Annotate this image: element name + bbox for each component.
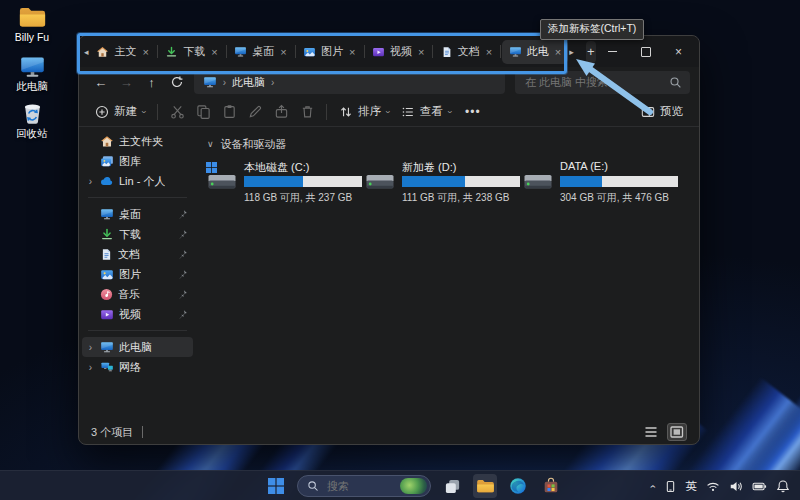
up-button[interactable]: ↑ <box>139 70 164 94</box>
tab-close-icon[interactable]: × <box>555 46 561 58</box>
taskbar-search-input[interactable] <box>325 479 394 493</box>
tab-home[interactable]: 主文 × <box>89 40 155 64</box>
sidebar-item-downloads[interactable]: 下载 <box>82 224 193 244</box>
tab-close-icon[interactable]: × <box>486 46 492 58</box>
plus-circle-icon <box>95 105 109 119</box>
new-button[interactable]: 新建 › <box>89 100 151 124</box>
preview-button[interactable]: 预览 <box>635 100 689 124</box>
sidebar-item-home[interactable]: 主文件夹 <box>82 131 193 151</box>
music-icon <box>100 288 113 301</box>
notifications-bell-icon[interactable] <box>776 479 790 493</box>
view-button[interactable]: 查看 › <box>395 100 457 124</box>
sidebar-item-this-pc[interactable]: › 此电脑 <box>82 337 193 357</box>
tab-close-icon[interactable]: × <box>142 46 148 58</box>
drive-item-c[interactable]: 本地磁盘 (C:) 118 GB 可用, 共 237 GB <box>207 160 365 205</box>
cut-button[interactable] <box>164 100 190 124</box>
sidebar-item-network[interactable]: › 网络 <box>82 357 193 377</box>
tab-this-pc-active[interactable]: 此电 × <box>502 40 568 64</box>
sidebar-item-gallery[interactable]: 图库 <box>82 151 193 171</box>
tab-scroll-right-icon[interactable]: ▸ <box>568 47 574 57</box>
tray-device-icon[interactable] <box>664 480 677 493</box>
chevron-down-icon[interactable]: ∨ <box>207 139 214 149</box>
tab-close-icon[interactable]: × <box>349 46 355 58</box>
sort-button[interactable]: 排序 › <box>333 100 395 124</box>
this-pc-icon <box>203 76 217 88</box>
copy-button[interactable] <box>190 100 216 124</box>
tab-close-icon[interactable]: × <box>418 46 424 58</box>
new-label: 新建 <box>114 104 137 119</box>
edge-browser-button[interactable] <box>506 474 530 498</box>
hdd-icon <box>207 169 237 195</box>
large-icons-view-button[interactable] <box>667 423 687 441</box>
breadcrumb[interactable]: › 此电脑 › <box>194 71 505 94</box>
drive-item-d[interactable]: 新加卷 (D:) 111 GB 可用, 共 238 GB <box>365 160 523 205</box>
sidebar-item-label: 网络 <box>119 360 141 375</box>
capacity-bar-fill <box>244 176 303 187</box>
search-input[interactable] <box>523 75 669 89</box>
task-view-button[interactable] <box>440 474 464 498</box>
section-devices-and-drives[interactable]: ∨ 设备和驱动器 <box>207 135 699 153</box>
address-bar: ← → ↑ › 此电脑 › <box>79 67 699 97</box>
minimize-button[interactable] <box>596 39 629 65</box>
tab-close-icon[interactable]: × <box>211 46 217 58</box>
hidden-icons-chevron[interactable]: › <box>647 484 658 487</box>
forward-button[interactable]: → <box>113 70 138 94</box>
chevron-right-icon[interactable]: › <box>271 77 274 88</box>
desktop-icon-recycle-bin[interactable]: 回收站 <box>1 100 63 139</box>
tab-close-icon[interactable]: × <box>280 46 286 58</box>
search-box[interactable] <box>515 71 690 94</box>
home-icon <box>96 46 109 58</box>
desktop-icon-this-pc[interactable]: 此电脑 <box>1 55 63 92</box>
tab-downloads[interactable]: 下载 × <box>158 40 224 64</box>
sort-arrows-icon <box>339 105 353 119</box>
trash-icon <box>300 104 315 119</box>
sidebar-item-desktop[interactable]: 桌面 <box>82 204 193 224</box>
close-button[interactable]: × <box>662 39 695 65</box>
view-list-icon <box>401 105 415 119</box>
refresh-button[interactable] <box>164 70 189 94</box>
chevron-expand-icon[interactable]: › <box>86 176 95 187</box>
sort-label: 排序 <box>358 104 381 119</box>
delete-button[interactable] <box>294 100 320 124</box>
tab-desktop[interactable]: 桌面 × <box>227 40 293 64</box>
sidebar-item-videos[interactable]: 视频 <box>82 304 193 324</box>
tab-pictures[interactable]: 图片 × <box>296 40 362 64</box>
desktop-icon-billy-fu[interactable]: Billy Fu <box>1 5 63 43</box>
ime-indicator[interactable]: 英 <box>686 479 698 494</box>
breadcrumb-this-pc[interactable]: 此电脑 <box>232 75 265 90</box>
rename-button[interactable] <box>242 100 268 124</box>
wifi-icon[interactable] <box>706 481 720 492</box>
maximize-button[interactable] <box>629 39 662 65</box>
pictures-icon <box>303 46 316 58</box>
toolbar-divider <box>326 104 327 120</box>
tab-documents[interactable]: 文档 × <box>434 40 499 64</box>
start-button[interactable] <box>264 474 288 498</box>
microsoft-store-button[interactable] <box>539 474 563 498</box>
tab-label: 桌面 <box>252 44 274 59</box>
sidebar-item-music[interactable]: 音乐 <box>82 284 193 304</box>
refresh-icon <box>170 75 184 89</box>
share-button[interactable] <box>268 100 294 124</box>
details-view-button[interactable] <box>641 423 661 441</box>
battery-icon[interactable] <box>752 481 767 492</box>
chevron-expand-icon[interactable]: › <box>86 342 95 353</box>
drive-item-e[interactable]: DATA (E:) 304 GB 可用, 共 476 GB <box>523 160 681 205</box>
file-explorer-taskbar-button[interactable] <box>473 474 497 498</box>
paste-button[interactable] <box>216 100 242 124</box>
status-divider <box>142 426 143 438</box>
more-options-button[interactable]: ••• <box>457 105 489 119</box>
tab-videos[interactable]: 视频 × <box>365 40 431 64</box>
file-list-pane: ∨ 设备和驱动器 本地磁盘 (C:) 118 GB 可用, 共 237 GB <box>196 127 699 420</box>
sidebar-item-onedrive[interactable]: › Lin - 个人 <box>82 171 193 191</box>
sidebar-item-documents[interactable]: 文档 <box>82 244 193 264</box>
sidebar-item-pictures[interactable]: 图片 <box>82 264 193 284</box>
back-button[interactable]: ← <box>88 70 113 94</box>
taskbar: › 英 <box>0 470 800 500</box>
network-icon <box>100 361 114 373</box>
paste-icon <box>222 104 237 119</box>
volume-icon[interactable] <box>729 480 743 493</box>
chevron-expand-icon[interactable]: › <box>86 362 95 373</box>
taskbar-search[interactable] <box>297 475 431 497</box>
search-highlight-image[interactable] <box>400 478 427 494</box>
new-tab-button[interactable]: + <box>586 41 596 63</box>
